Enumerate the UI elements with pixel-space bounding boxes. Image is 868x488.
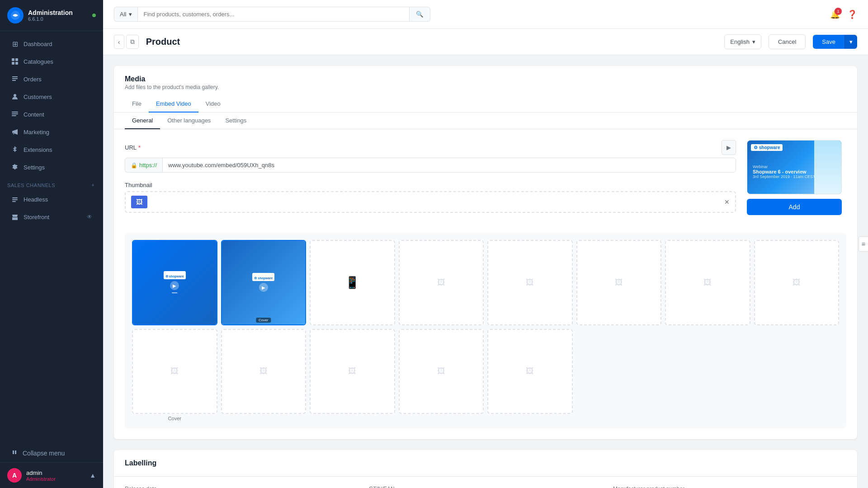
sidebar-item-orders[interactable]: Orders: [4, 70, 99, 88]
add-sales-channel-icon[interactable]: ＋: [90, 182, 96, 188]
media-cell-row2-2[interactable]: 🖼: [221, 329, 307, 414]
manufacturer-number-field: Manufacturer product number: [613, 486, 846, 488]
svg-rect-3: [12, 62, 14, 65]
right-sidebar-toggle[interactable]: ≡: [859, 236, 868, 252]
media-cell-row2-3[interactable]: 🖼: [310, 329, 395, 414]
app-version: 6.6.1.0: [28, 16, 73, 22]
manufacturer-number-label: Manufacturer product number: [613, 486, 846, 488]
sidebar-item-label: Extensions: [24, 146, 52, 153]
app-name: Administration: [28, 9, 73, 17]
marketing-icon: [11, 128, 19, 136]
sub-tab-general[interactable]: General: [125, 113, 160, 129]
sidebar-item-customers[interactable]: Customers: [4, 88, 99, 105]
cancel-button[interactable]: Cancel: [769, 34, 806, 49]
user-avatar: A: [7, 468, 22, 483]
tab-embed-video[interactable]: Embed Video: [149, 96, 198, 113]
lock-icon: 🔒: [131, 162, 137, 169]
video-preview-button[interactable]: ▶: [722, 140, 736, 155]
back-button[interactable]: ‹: [114, 35, 124, 49]
sub-tab-settings[interactable]: Settings: [218, 113, 254, 129]
placeholder-icon: 🖼: [703, 278, 712, 287]
user-profile[interactable]: A admin Administrator ▲: [0, 462, 103, 488]
media-cell-5[interactable]: 🖼: [487, 240, 573, 325]
copy-button[interactable]: ⧉: [126, 35, 139, 49]
sales-channels-label: Sales Channels: [7, 183, 55, 188]
search-filter-label: All: [120, 11, 126, 18]
search-input[interactable]: [137, 7, 409, 22]
media-cell-8[interactable]: 🖼: [754, 240, 840, 325]
media-tab-bar: File Embed Video Video: [114, 96, 857, 113]
tab-video[interactable]: Video: [198, 96, 228, 113]
save-dropdown-button[interactable]: ▾: [844, 35, 857, 49]
search-icon: 🔍: [416, 11, 424, 18]
add-button[interactable]: Add: [747, 199, 842, 215]
sidebar-item-dashboard[interactable]: ⊞ Dashboard: [4, 35, 99, 52]
save-button[interactable]: Save: [813, 35, 844, 49]
url-input-row: 🔒 https://: [125, 158, 736, 173]
customers-icon: [11, 93, 19, 101]
url-form-group: URL * ▶ 🔒 https://: [125, 140, 736, 173]
sales-channels-section: Sales Channels ＋: [0, 176, 103, 190]
media-cell-7[interactable]: 🖼: [665, 240, 750, 325]
media-cell-2[interactable]: ⚙ shopware ▶ Cover: [221, 240, 307, 325]
required-indicator: *: [138, 144, 141, 151]
media-cell-1[interactable]: ⚙ shopware ▶ ▬▬: [132, 240, 217, 325]
tab-file[interactable]: File: [125, 96, 149, 113]
page-title: Product: [146, 37, 180, 47]
user-role: Administrator: [26, 476, 85, 482]
headless-icon: [11, 195, 19, 203]
search-container: All ▾ 🔍: [114, 7, 430, 22]
sidebar-header: Administration 6.6.1.0: [0, 0, 103, 31]
thumbnail-dropzone[interactable]: 🖼 ✕: [125, 191, 736, 213]
profile-toggle-icon[interactable]: ▲: [90, 472, 96, 479]
filter-chevron-icon: ▾: [129, 11, 132, 18]
media-cell-row2-1[interactable]: 🖼: [132, 329, 217, 414]
sidebar-item-content[interactable]: Content: [4, 106, 99, 123]
help-button[interactable]: ❓: [847, 9, 857, 19]
search-button[interactable]: 🔍: [409, 7, 430, 22]
media-cell-3[interactable]: 📱: [310, 240, 395, 325]
media-cell-4[interactable]: 🖼: [399, 240, 484, 325]
svg-rect-11: [12, 201, 16, 202]
sidebar-item-extensions[interactable]: Extensions: [4, 141, 99, 158]
language-chevron-icon: ▾: [752, 38, 755, 45]
language-selector[interactable]: English ▾: [724, 34, 761, 49]
sidebar-item-label: Orders: [24, 76, 42, 83]
url-label: URL * ▶: [125, 140, 736, 155]
media-cell-row2-4[interactable]: 🖼: [399, 329, 484, 414]
collapse-label: Collapse menu: [23, 450, 65, 457]
embed-video-layout: URL * ▶ 🔒 https://: [125, 140, 846, 222]
sidebar-item-marketing[interactable]: Marketing: [4, 123, 99, 141]
sub-tab-other-languages[interactable]: Other languages: [160, 113, 218, 129]
media-card-subtitle: Add files to the product's media gallery…: [125, 84, 846, 90]
search-filter-button[interactable]: All ▾: [114, 7, 137, 22]
sidebar-item-storefront[interactable]: Storefront 👁: [4, 208, 99, 225]
sidebar-item-label: Headless: [24, 196, 48, 203]
main-content: All ▾ 🔍 🔔 1 ❓ ‹ ⧉ Product English: [103, 0, 868, 488]
topbar: All ▾ 🔍 🔔 1 ❓: [103, 0, 868, 29]
media-cell-row2-5[interactable]: 🖼: [487, 329, 573, 414]
thumbnail-clear-button[interactable]: ✕: [724, 198, 730, 206]
webinar-image: [814, 141, 841, 194]
url-prefix: 🔒 https://: [125, 158, 162, 173]
thumbnail-form-group: Thumbnail 🖼 ✕: [125, 182, 736, 213]
play-icon: ▶: [170, 281, 179, 290]
sidebar-item-catalogues[interactable]: Catalogues: [4, 53, 99, 70]
svg-rect-7: [12, 113, 18, 114]
notifications-button[interactable]: 🔔 1: [830, 9, 840, 19]
sidebar-item-headless[interactable]: Headless: [4, 191, 99, 208]
url-input[interactable]: [162, 158, 736, 173]
placeholder-icon: 🖼: [615, 278, 623, 287]
sidebar-item-label: Catalogues: [24, 58, 53, 65]
video-preview-box: ⚙ shopware Webinar Shopware 6 - overview…: [747, 140, 842, 194]
collapse-menu-item[interactable]: Collapse menu: [4, 444, 99, 462]
media-grid-section: ⚙ shopware ▶ ▬▬ ⚙ shopware ▶ Cover: [114, 233, 857, 439]
sidebar-item-settings[interactable]: Settings: [4, 159, 99, 176]
media-cell-6[interactable]: 🖼: [576, 240, 662, 325]
svg-rect-6: [12, 112, 18, 113]
cover-badge: Cover: [256, 318, 271, 323]
media-card: Media Add files to the product's media g…: [114, 66, 857, 439]
language-label: English: [730, 38, 750, 45]
labelling-fields: Release date GTIN/EAN Manufacturer produ…: [114, 477, 857, 488]
storefront-visibility-icon: 👁: [87, 214, 92, 220]
